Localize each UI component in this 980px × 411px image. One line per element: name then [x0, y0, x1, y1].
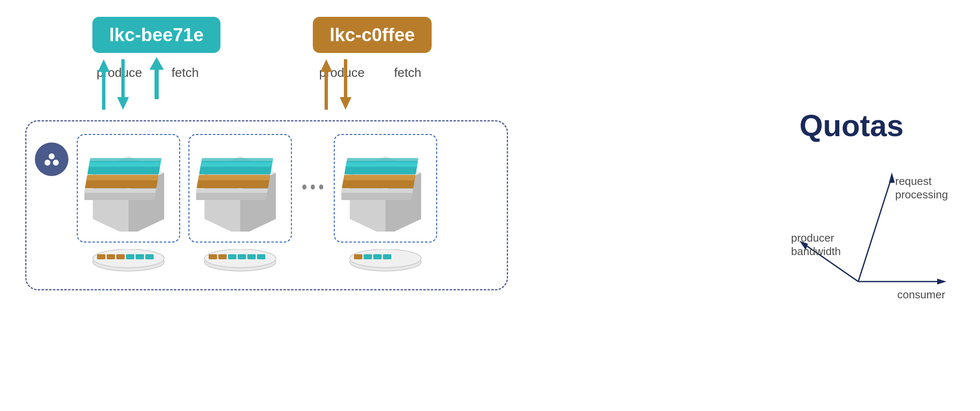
coffee-fetch-label: fetch [394, 66, 421, 80]
svg-marker-2 [98, 59, 110, 110]
svg-rect-42 [238, 254, 246, 259]
svg-rect-58 [364, 254, 372, 259]
svg-text:consumer: consumer [897, 288, 945, 301]
broker-n-inner [334, 134, 437, 242]
confluent-icon [35, 142, 68, 176]
svg-rect-26 [145, 254, 154, 259]
svg-rect-15 [85, 179, 158, 188]
client-coffee-box: lkc-c0ffee [313, 17, 432, 53]
svg-marker-64 [937, 279, 946, 285]
svg-marker-62 [889, 172, 895, 183]
svg-rect-18 [84, 189, 156, 193]
svg-marker-4 [320, 59, 332, 110]
svg-rect-43 [247, 254, 256, 259]
quotas-title: Quotas [799, 108, 904, 143]
svg-rect-54 [341, 189, 413, 193]
svg-rect-21 [97, 254, 105, 259]
svg-point-8 [53, 160, 59, 166]
diagram-area: lkc-bee71e lkc-c0ffee produce [25, 17, 770, 394]
svg-rect-40 [218, 254, 227, 259]
arrows-row: produce fetch [50, 57, 795, 116]
svg-text:processing: processing [895, 188, 948, 201]
bee-double-arrow [146, 57, 167, 112]
svg-marker-5 [340, 59, 351, 110]
client-bee-box: lkc-bee71e [92, 17, 220, 53]
clients-row: lkc-bee71e lkc-c0ffee [50, 17, 795, 53]
svg-rect-23 [116, 254, 125, 259]
main-container: lkc-bee71e lkc-c0ffee produce [0, 0, 980, 411]
svg-rect-57 [354, 254, 362, 259]
svg-rect-32 [201, 158, 273, 162]
dot-3 [319, 184, 323, 190]
svg-rect-24 [126, 254, 134, 259]
client-coffee-label: lkc-c0ffee [330, 24, 415, 45]
svg-text:bandwidth: bandwidth [896, 301, 946, 303]
quotas-chart: request processing consumer bandwidth pr… [791, 160, 951, 303]
svg-rect-34 [198, 175, 270, 180]
svg-point-6 [49, 153, 55, 159]
broker-2-inner [189, 134, 292, 242]
svg-rect-39 [209, 254, 217, 259]
svg-rect-14 [89, 158, 162, 162]
broker-n [334, 134, 437, 272]
svg-text:bandwidth: bandwidth [791, 245, 841, 258]
svg-rect-52 [343, 175, 415, 180]
outer-dashed-container [25, 120, 508, 290]
dot-1 [302, 184, 307, 190]
svg-rect-36 [196, 189, 268, 193]
svg-rect-51 [342, 179, 415, 188]
svg-text:request: request [895, 175, 932, 187]
brokers-row [77, 134, 494, 272]
svg-rect-25 [136, 254, 144, 259]
bee-fetch-label: fetch [171, 66, 199, 80]
broker-1-inner [77, 134, 180, 242]
svg-point-7 [45, 160, 50, 166]
svg-rect-59 [373, 254, 382, 259]
svg-rect-16 [86, 175, 158, 180]
bee-arrow-group: produce fetch [97, 57, 199, 112]
svg-rect-33 [197, 179, 270, 188]
coffee-arrow-group: produce fetch [319, 57, 421, 80]
svg-rect-50 [346, 158, 419, 162]
svg-rect-60 [383, 254, 391, 259]
broker-2 [189, 134, 292, 272]
svg-rect-22 [107, 254, 115, 259]
svg-marker-3 [117, 59, 129, 110]
client-bee-label: lkc-bee71e [109, 24, 204, 45]
svg-rect-44 [257, 254, 265, 259]
broker-1 [77, 134, 180, 272]
svg-text:producer: producer [791, 232, 834, 244]
dot-2 [311, 184, 315, 190]
broker-dots-separator [300, 184, 325, 190]
svg-line-61 [858, 177, 892, 282]
quotas-area: Quotas request processing consumer ban [770, 108, 955, 303]
svg-rect-41 [228, 254, 236, 259]
